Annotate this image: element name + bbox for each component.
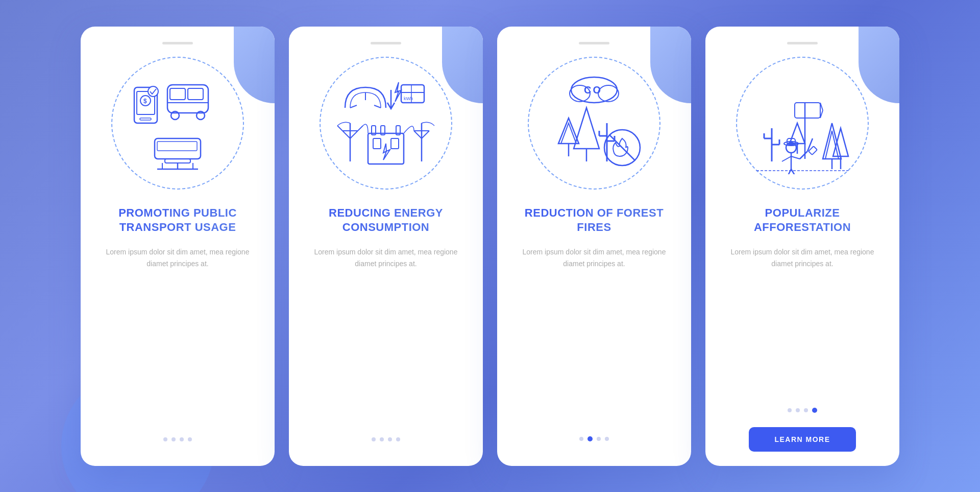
svg-line-33	[358, 126, 363, 131]
svg-line-81	[782, 156, 791, 161]
forest-illustration: CO	[543, 72, 645, 174]
svg-line-31	[350, 131, 358, 138]
illustration-circle-energy: kWh	[320, 57, 452, 190]
card-title-energy: REDUCING ENERGY CONSUMPTION	[303, 206, 469, 235]
dot-4[interactable]	[396, 437, 400, 441]
top-bar-indicator	[162, 42, 193, 44]
energy-icon-svg: kWh	[335, 72, 437, 174]
energy-illustration: kWh	[335, 72, 437, 174]
dot-1[interactable]	[163, 437, 167, 441]
top-bar-indicator-4	[787, 42, 818, 44]
svg-line-20	[350, 105, 357, 108]
card-accent-decoration-3	[650, 27, 691, 103]
card-body-energy: Lorem ipsum dolor sit dim amet, mea regi…	[303, 246, 469, 427]
afforestation-icon-svg	[751, 72, 853, 174]
card-afforestation: POPULARIZE AFFORESTATION Lorem ipsum dol…	[705, 27, 899, 466]
learn-more-button[interactable]: LEARN MORE	[749, 427, 855, 452]
dot-1[interactable]	[579, 437, 583, 441]
cards-container: $	[81, 27, 899, 466]
card-forest: CO	[497, 27, 691, 466]
svg-text:kWh: kWh	[404, 96, 413, 101]
dot-3[interactable]	[597, 437, 601, 441]
svg-point-5	[148, 86, 158, 97]
transport-icon-svg: $	[127, 72, 229, 174]
svg-line-43	[414, 131, 422, 138]
svg-rect-4	[140, 118, 151, 120]
card-accent-decoration-2	[442, 27, 483, 103]
svg-line-86	[786, 169, 791, 174]
svg-marker-52	[574, 108, 599, 149]
illustration-circle-forest: CO	[528, 57, 660, 190]
svg-line-44	[422, 131, 429, 138]
top-bar-indicator-2	[371, 42, 401, 44]
dot-4-active[interactable]	[812, 408, 817, 413]
dot-2[interactable]	[796, 408, 800, 412]
svg-marker-61	[823, 123, 841, 159]
svg-line-30	[342, 131, 350, 138]
svg-rect-36	[391, 138, 399, 149]
pagination-dots-energy	[372, 437, 400, 441]
pagination-dots-transport	[163, 437, 192, 441]
dot-4[interactable]	[188, 437, 192, 441]
dot-1[interactable]	[372, 437, 376, 441]
transport-illustration: $	[127, 72, 229, 174]
card-body-forest: Lorem ipsum dolor sit dim amet, mea regi…	[511, 246, 677, 426]
illustration-circle-afforestation	[736, 57, 869, 190]
card-title-afforestation: POPULARIZE AFFORESTATION	[720, 206, 885, 235]
card-transport: $	[81, 27, 275, 466]
svg-rect-7	[170, 88, 185, 100]
card-title-forest: REDUCTION OF FOREST FIRES	[511, 206, 677, 235]
svg-text:CO: CO	[584, 84, 602, 96]
dot-2[interactable]	[380, 437, 384, 441]
card-accent-decoration	[234, 27, 275, 103]
svg-marker-40	[383, 144, 390, 160]
svg-rect-8	[188, 88, 203, 100]
card-body-transport: Lorem ipsum dolor sit dim amet, mea regi…	[95, 246, 260, 427]
svg-line-32	[337, 126, 342, 131]
svg-text:$: $	[143, 98, 147, 105]
svg-rect-35	[373, 138, 381, 149]
pagination-dots-afforestation	[788, 408, 817, 413]
dot-4[interactable]	[605, 437, 609, 441]
svg-rect-67	[795, 103, 820, 118]
card-title-transport: PROMOTING PUBLIC TRANSPORT USAGE	[95, 206, 260, 235]
illustration-circle-transport: $	[111, 57, 244, 190]
dot-1[interactable]	[788, 408, 792, 412]
dot-2-active[interactable]	[587, 436, 593, 441]
forest-icon-svg: CO	[543, 72, 645, 174]
card-energy: kWh	[289, 27, 483, 466]
svg-marker-50	[561, 123, 576, 144]
svg-marker-64	[833, 128, 848, 156]
top-bar-indicator-3	[579, 42, 609, 44]
svg-marker-75	[790, 123, 805, 144]
card-accent-decoration-4	[859, 27, 899, 103]
svg-line-82	[791, 156, 800, 159]
card-body-afforestation: Lorem ipsum dolor sit dim amet, mea regi…	[720, 246, 885, 397]
dot-3[interactable]	[388, 437, 392, 441]
svg-marker-23	[395, 82, 401, 102]
svg-line-83	[800, 151, 807, 159]
svg-line-87	[791, 169, 797, 174]
svg-rect-13	[157, 142, 197, 151]
dot-3[interactable]	[180, 437, 184, 441]
dot-3[interactable]	[804, 408, 808, 412]
svg-rect-85	[808, 146, 817, 155]
afforestation-illustration	[751, 72, 853, 174]
dot-2[interactable]	[172, 437, 176, 441]
svg-line-21	[374, 105, 381, 108]
pagination-dots-forest	[579, 436, 609, 441]
